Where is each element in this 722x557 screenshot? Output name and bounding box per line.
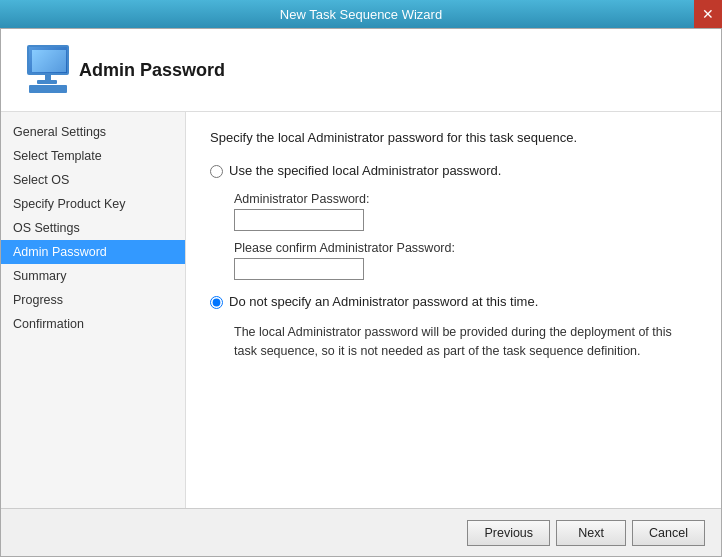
password-input[interactable]: [234, 209, 364, 231]
wizard-body: General Settings Select Template Select …: [1, 112, 721, 508]
option1-radio[interactable]: [210, 165, 223, 178]
close-button[interactable]: ✕: [694, 0, 722, 28]
sidebar-item-general-settings[interactable]: General Settings: [1, 120, 185, 144]
next-button[interactable]: Next: [556, 520, 626, 546]
wizard-header: Admin Password: [1, 29, 721, 112]
option1-fields: Administrator Password: Please confirm A…: [234, 192, 697, 280]
sidebar-item-progress[interactable]: Progress: [1, 288, 185, 312]
sidebar-item-confirmation[interactable]: Confirmation: [1, 312, 185, 336]
sidebar-item-summary[interactable]: Summary: [1, 264, 185, 288]
title-bar-text: New Task Sequence Wizard: [280, 7, 442, 22]
option2-note: The local Administrator password will be…: [234, 323, 697, 361]
header-icon: [21, 41, 79, 99]
password-label: Administrator Password:: [234, 192, 697, 206]
page-title: Admin Password: [79, 60, 225, 81]
previous-button[interactable]: Previous: [467, 520, 550, 546]
confirm-password-label: Please confirm Administrator Password:: [234, 241, 697, 255]
sidebar-item-specify-product-key[interactable]: Specify Product Key: [1, 192, 185, 216]
sidebar-item-select-template[interactable]: Select Template: [1, 144, 185, 168]
title-bar: New Task Sequence Wizard ✕: [0, 0, 722, 28]
confirm-password-input[interactable]: [234, 258, 364, 280]
sidebar-item-os-settings[interactable]: OS Settings: [1, 216, 185, 240]
content-description: Specify the local Administrator password…: [210, 130, 697, 145]
option1-label[interactable]: Use the specified local Administrator pa…: [229, 163, 501, 178]
option2-label[interactable]: Do not specify an Administrator password…: [229, 294, 538, 309]
cancel-button[interactable]: Cancel: [632, 520, 705, 546]
sidebar-item-admin-password[interactable]: Admin Password: [1, 240, 185, 264]
wizard-content: Specify the local Administrator password…: [186, 112, 721, 508]
option2-radio-group: Do not specify an Administrator password…: [210, 294, 697, 361]
option2-radio[interactable]: [210, 296, 223, 309]
sidebar-item-select-os[interactable]: Select OS: [1, 168, 185, 192]
wizard-container: Admin Password General Settings Select T…: [0, 28, 722, 557]
option1-radio-group: Use the specified local Administrator pa…: [210, 163, 697, 178]
wizard-footer: Previous Next Cancel: [1, 508, 721, 556]
wizard-sidebar: General Settings Select Template Select …: [1, 112, 186, 508]
